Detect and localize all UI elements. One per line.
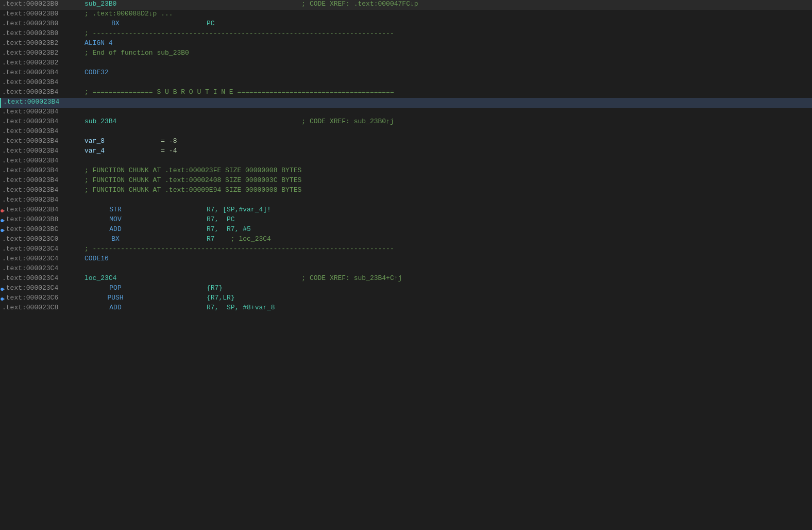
breakpoint-dot xyxy=(0,168,4,176)
code-line[interactable]: .text:000023B4 ; FUNCTION CHUNK AT .text… xyxy=(0,176,812,186)
breakpoint-dot xyxy=(0,119,4,127)
instruction: PUSH xyxy=(84,294,146,302)
padding xyxy=(285,118,301,125)
breakpoint-dot xyxy=(0,236,4,244)
var-value: = -8 xyxy=(161,137,177,145)
var-value: = -4 xyxy=(161,147,177,155)
operand: {R7} xyxy=(207,284,223,292)
address: .text:000023B4 xyxy=(2,88,84,96)
address: .text:000023B4 xyxy=(2,186,84,194)
comment: ; CODE XREF: sub_23B0↑j xyxy=(301,118,394,125)
code-line[interactable]: .text:000023B4 xyxy=(0,98,812,108)
code-line[interactable]: .text:000023C4 ; -----------------------… xyxy=(0,245,812,255)
code-line[interactable]: .text:000023C4 CODE16 xyxy=(0,255,812,264)
padding xyxy=(146,225,207,233)
comment: ; End of function sub_23B0 xyxy=(84,49,189,57)
padding xyxy=(116,274,285,282)
code-view: .text:000023B0 sub_23B0 ; CODE XREF: .te… xyxy=(0,0,812,530)
padding xyxy=(116,0,285,8)
padding xyxy=(285,0,301,8)
code-line[interactable]: .text:000023B4 xyxy=(0,196,812,206)
breakpoint-dot xyxy=(0,158,4,166)
code-line[interactable]: .text:000023B4 ; =============== S U B R… xyxy=(0,88,812,98)
code-line[interactable]: .text:000023B4 ; FUNCTION CHUNK AT .text… xyxy=(0,167,812,176)
code-line[interactable]: .text:000023C0 BX R7 ; loc_23C4 xyxy=(0,235,812,245)
code-line[interactable]: .text:000023B2 xyxy=(0,59,812,69)
instruction: ADD xyxy=(84,304,146,311)
code-line[interactable]: .text:000023B2 ; End of function sub_23B… xyxy=(0,49,812,59)
breakpoint-dot xyxy=(0,89,4,97)
code-line[interactable]: .text:000023B4 var_8 = -8 xyxy=(0,137,812,147)
code-line[interactable]: .text:000023C8 ADD R7, SP, #8+var_8 xyxy=(0,304,812,313)
breakpoint-dot xyxy=(0,1,4,9)
padding xyxy=(146,284,207,292)
address: .text:000023B4 xyxy=(2,118,84,125)
code-line[interactable]: ●.text:000023B4 STR R7, [SP,#var_4]! xyxy=(0,206,812,216)
instruction: ALIGN 4 xyxy=(84,39,113,47)
address: .text:000023B4 xyxy=(3,98,86,106)
instruction: ADD xyxy=(84,225,146,233)
code-line[interactable]: .text:000023B4 var_4 = -4 xyxy=(0,147,812,157)
code-line[interactable]: .text:000023B4 xyxy=(0,108,812,118)
comment: ; .text:000088D2↓p ... xyxy=(84,10,173,18)
breakpoint-dot: ● xyxy=(0,285,4,293)
code-line[interactable]: ●.text:000023C4 POP {R7} xyxy=(0,284,812,294)
breakpoint-dot xyxy=(0,177,4,186)
breakpoint-dot: ● xyxy=(0,217,4,225)
breakpoint-dot xyxy=(0,109,4,117)
breakpoint-dot xyxy=(0,266,4,274)
code-line[interactable]: ●.text:000023B8 MOV R7, PC xyxy=(0,216,812,225)
code-line[interactable]: .text:000023B4 sub_23B4 ; CODE XREF: sub… xyxy=(0,118,812,127)
code-line[interactable]: .text:000023B0 BX PC xyxy=(0,20,812,29)
operand: {R7,LR} xyxy=(207,294,235,302)
code-line[interactable]: .text:000023B4 xyxy=(0,157,812,167)
address: .text:000023B4 xyxy=(2,127,84,135)
operand: R7, SP, #8+var_8 xyxy=(207,304,275,311)
breakpoint-dot xyxy=(1,99,5,107)
code-line[interactable]: .text:000023C4 loc_23C4 ; CODE XREF: sub… xyxy=(0,274,812,284)
address: .text:000023B4 xyxy=(2,167,84,174)
address: .text:000023BC xyxy=(2,225,84,233)
operand: PC xyxy=(207,20,215,27)
address: .text:000023B8 xyxy=(2,216,84,223)
code-line[interactable]: .text:000023B2 ALIGN 4 xyxy=(0,39,812,49)
padding xyxy=(285,274,301,282)
instruction: POP xyxy=(84,284,146,292)
code-line[interactable]: .text:000023B4 ; FUNCTION CHUNK AT .text… xyxy=(0,186,812,196)
breakpoint-dot xyxy=(0,305,4,313)
breakpoint-dot xyxy=(0,79,4,88)
code-line[interactable]: ●.text:000023BC ADD R7, R7, #5 xyxy=(0,225,812,235)
var-name: var_4 xyxy=(84,147,105,155)
address: .text:000023B4 xyxy=(2,176,84,184)
address: .text:000023C4 xyxy=(2,264,84,272)
comment: ; --------------------------------------… xyxy=(84,245,394,253)
address: .text:000023B2 xyxy=(2,49,84,57)
code-line[interactable]: .text:000023B4 CODE32 xyxy=(0,69,812,78)
address: .text:000023B0 xyxy=(2,20,84,27)
breakpoint-dot xyxy=(0,138,4,146)
address: .text:000023B0 xyxy=(2,0,84,8)
code-line[interactable]: .text:000023B4 xyxy=(0,78,812,88)
address: .text:000023C4 xyxy=(2,274,84,282)
padding xyxy=(105,137,161,145)
code-line[interactable]: .text:000023B0 ; .text:000088D2↓p ... xyxy=(0,10,812,20)
breakpoint-dot: ● xyxy=(0,295,4,303)
operand: R7, [SP,#var_4]! xyxy=(207,206,271,213)
code-line[interactable]: .text:000023B0 sub_23B0 ; CODE XREF: .te… xyxy=(0,0,812,10)
padding xyxy=(105,147,161,155)
code-line[interactable]: ●.text:000023C6 PUSH {R7,LR} xyxy=(0,294,812,304)
code-line[interactable]: .text:000023B4 xyxy=(0,127,812,137)
breakpoint-dot xyxy=(0,30,4,39)
code-line[interactable]: .text:000023C4 xyxy=(0,264,812,274)
address: .text:000023C4 xyxy=(2,284,84,292)
operand: R7, PC xyxy=(207,216,235,223)
address: .text:000023C6 xyxy=(2,294,84,302)
instruction: CODE16 xyxy=(84,255,109,262)
address: .text:000023C8 xyxy=(2,304,84,311)
breakpoint-dot xyxy=(0,50,4,58)
code-label: loc_23C4 xyxy=(84,274,116,282)
instruction: CODE32 xyxy=(84,69,109,76)
code-line[interactable]: .text:000023B0 ; -----------------------… xyxy=(0,29,812,39)
code-label: sub_23B0 xyxy=(84,0,116,8)
instruction: BX xyxy=(84,235,146,243)
